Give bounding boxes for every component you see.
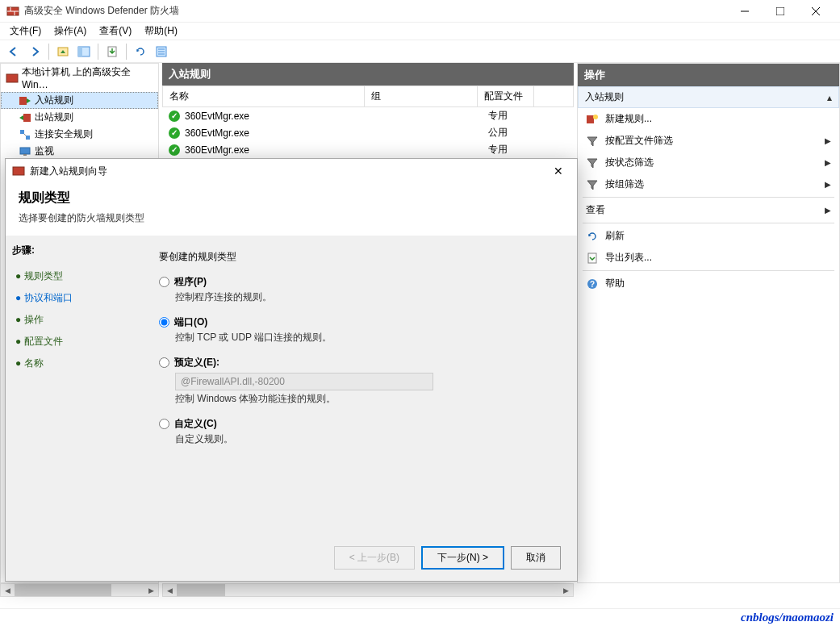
- allow-icon: ✓: [169, 111, 180, 122]
- scroll-left-icon[interactable]: ◀: [163, 584, 177, 596]
- option-custom: 自定义(C) 自定义规则。: [159, 417, 561, 446]
- option-program-desc: 控制程序连接的规则。: [175, 290, 561, 304]
- actions-header: 操作: [578, 64, 839, 86]
- outbound-icon: [19, 111, 31, 124]
- step-name[interactable]: ● 名称: [12, 353, 136, 374]
- center-hscroll[interactable]: ◀ ▶: [162, 583, 574, 597]
- rule-profile: 公用: [488, 126, 545, 140]
- action-help[interactable]: ? 帮助: [578, 273, 839, 294]
- wizard-main: 要创建的规则类型 程序(P) 控制程序连接的规则。 端口(O) 控制 TCP 或…: [143, 236, 577, 581]
- menu-file[interactable]: 文件(F): [3, 23, 48, 40]
- tree-inbound-rules[interactable]: 入站规则: [1, 92, 158, 109]
- center-header: 入站规则: [162, 63, 574, 86]
- menu-bar: 文件(F) 操作(A) 查看(V) 帮助(H): [0, 23, 840, 40]
- tree-connection-security[interactable]: 连接安全规则: [1, 126, 158, 143]
- export-button[interactable]: [103, 43, 121, 61]
- cancel-button[interactable]: 取消: [511, 546, 561, 570]
- action-filter-profile[interactable]: 按配置文件筛选 ▶: [578, 130, 839, 152]
- wizard-body: 步骤: ● 规则类型 ● 协议和端口 ● 操作 ● 配置文件 ● 名称 要创建的…: [6, 236, 577, 581]
- rule-profile: 专用: [488, 109, 545, 123]
- wizard-titlebar: 新建入站规则向导 ✕: [6, 159, 577, 183]
- action-new-rule-label: 新建规则...: [605, 112, 652, 126]
- inbound-icon: [19, 94, 31, 107]
- tree-outbound-rules[interactable]: 出站规则: [1, 109, 158, 126]
- rule-row[interactable]: ✓ 360EvtMgr.exe 公用: [162, 124, 574, 141]
- actions-section-label: 入站规则: [585, 90, 624, 104]
- menu-view[interactable]: 查看(V): [93, 23, 138, 40]
- tree-monitor-label: 监视: [35, 144, 54, 158]
- divider: [583, 223, 834, 223]
- col-group[interactable]: 组: [365, 86, 478, 106]
- option-program-label[interactable]: 程序(P): [159, 275, 561, 289]
- show-hide-tree-button[interactable]: [75, 43, 93, 61]
- wizard-heading: 规则类型: [19, 190, 564, 207]
- refresh-button[interactable]: [132, 43, 149, 61]
- option-port-label[interactable]: 端口(O): [159, 315, 561, 329]
- step-protocol[interactable]: ● 协议和端口: [12, 287, 136, 309]
- scroll-right-icon[interactable]: ▶: [144, 584, 158, 596]
- option-port-desc: 控制 TCP 或 UDP 端口连接的规则。: [175, 331, 561, 344]
- scrollbars-row: ◀ ▶ ◀ ▶: [0, 583, 840, 597]
- filter-icon: [586, 156, 599, 169]
- step-profile[interactable]: ● 配置文件: [12, 331, 136, 353]
- action-view[interactable]: 查看 ▶: [578, 199, 839, 221]
- svg-rect-19: [20, 130, 24, 134]
- radio-program[interactable]: [159, 277, 169, 287]
- radio-predefined[interactable]: [159, 357, 169, 368]
- scroll-right-icon[interactable]: ▶: [559, 584, 573, 596]
- refresh-icon: [586, 230, 599, 243]
- scroll-thumb[interactable]: [177, 584, 225, 596]
- radio-port[interactable]: [159, 317, 169, 328]
- radio-custom[interactable]: [159, 419, 169, 429]
- col-name[interactable]: 名称: [163, 86, 365, 106]
- wizard-buttons: < 上一步(B) 下一步(N) > 取消: [334, 546, 561, 570]
- wizard-close-button[interactable]: ✕: [546, 165, 570, 177]
- watermark: cnblogs/maomaozi: [741, 611, 834, 624]
- menu-help[interactable]: 帮助(H): [138, 23, 184, 40]
- step-ruletype[interactable]: ● 规则类型: [12, 265, 136, 287]
- rule-row[interactable]: ✓ 360EvtMgr.exe 专用: [162, 141, 574, 158]
- tree-monitor[interactable]: 监视: [1, 143, 158, 160]
- rule-name: 360EvtMgr.exe: [185, 144, 375, 156]
- action-new-rule[interactable]: 新建规则...: [578, 108, 839, 130]
- next-button[interactable]: 下一步(N) >: [421, 546, 504, 570]
- svg-rect-26: [588, 253, 596, 263]
- svg-rect-24: [587, 115, 594, 123]
- actions-panel: 操作 入站规则 ▴ 新建规则... 按配置文件筛选 ▶ 按状态筛选 ▶ 按组筛选…: [577, 63, 840, 583]
- col-profile[interactable]: 配置文件: [478, 86, 534, 106]
- chevron-right-icon: ▶: [825, 136, 831, 145]
- properties-button[interactable]: [153, 43, 170, 61]
- filter-icon: [586, 178, 599, 191]
- action-refresh[interactable]: 刷新: [578, 225, 839, 247]
- forward-button[interactable]: [26, 43, 44, 61]
- close-button[interactable]: [798, 0, 834, 23]
- actions-section-header[interactable]: 入站规则 ▴: [578, 86, 839, 108]
- menu-action[interactable]: 操作(A): [48, 23, 93, 40]
- scroll-left-icon[interactable]: ◀: [1, 584, 15, 596]
- svg-rect-20: [26, 136, 30, 140]
- action-refresh-label: 刷新: [605, 229, 625, 243]
- back-button[interactable]: [5, 43, 23, 61]
- svg-rect-17: [19, 97, 27, 105]
- tree-hscroll[interactable]: ◀ ▶: [0, 583, 159, 597]
- action-filter-profile-label: 按配置文件筛选: [605, 134, 673, 148]
- monitor-icon: [19, 145, 31, 158]
- action-filter-group[interactable]: 按组筛选 ▶: [578, 173, 839, 195]
- minimize-button[interactable]: [727, 0, 763, 23]
- option-custom-label[interactable]: 自定义(C): [159, 417, 561, 431]
- action-export[interactable]: 导出列表...: [578, 247, 839, 269]
- new-rule-icon: [586, 113, 599, 126]
- wizard-subheading: 选择要创建的防火墙规则类型: [19, 211, 564, 225]
- step-operation[interactable]: ● 操作: [12, 309, 136, 331]
- scroll-thumb[interactable]: [15, 584, 111, 596]
- maximize-button[interactable]: [763, 0, 798, 23]
- svg-rect-10: [78, 47, 82, 56]
- option-custom-desc: 自定义规则。: [175, 432, 561, 446]
- chevron-right-icon: ▶: [825, 158, 831, 167]
- option-predefined-label[interactable]: 预定义(E):: [159, 356, 561, 369]
- up-button[interactable]: [54, 43, 72, 61]
- action-filter-state[interactable]: 按状态筛选 ▶: [578, 152, 839, 173]
- tree-root[interactable]: 本地计算机 上的高级安全 Win…: [1, 64, 158, 92]
- collapse-icon: ▴: [827, 92, 832, 103]
- rule-row[interactable]: ✓ 360EvtMgr.exe 专用: [162, 107, 574, 124]
